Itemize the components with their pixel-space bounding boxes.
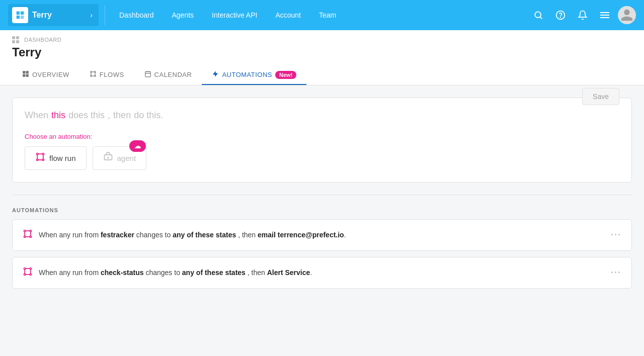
breadcrumb: DASHBOARD: [12, 36, 632, 43]
automation-item-2: When any run from check-status changes t…: [12, 257, 632, 289]
lightning-icon: [212, 70, 219, 79]
nav-agents[interactable]: Agents: [164, 7, 202, 23]
svg-point-15: [42, 159, 44, 160]
action-1: email terrence@prefect.io: [258, 231, 344, 239]
svg-point-7: [91, 71, 92, 72]
tabs: OVERVIEW FLOWS CALENDAR: [12, 65, 632, 85]
svg-point-17: [108, 157, 109, 158]
automation-flow-icon-1: [23, 229, 33, 241]
svg-rect-5: [23, 74, 25, 77]
tab-automations-label: AUTOMATIONS: [222, 71, 272, 78]
svg-point-24: [24, 274, 26, 275]
nav-actions: [529, 6, 636, 24]
sentence-this: this: [51, 110, 65, 121]
help-button[interactable]: [551, 6, 570, 24]
sentence-does-this: does this: [68, 110, 105, 121]
grid-icon: [22, 70, 29, 79]
svg-point-14: [37, 159, 38, 160]
calendar-icon: [144, 70, 151, 79]
svg-point-23: [30, 268, 31, 270]
main-content: When this does this, then do this. Save …: [0, 85, 644, 307]
builder-sentence: When this does this, then do this.: [25, 110, 163, 121]
flow-run-option[interactable]: flow run: [25, 146, 87, 170]
cloud-icon: ☁: [134, 142, 141, 150]
tab-calendar-label: CALENDAR: [154, 71, 192, 78]
automation-text-1: When any run from festracker changes to …: [39, 230, 605, 240]
save-button[interactable]: Save: [582, 88, 619, 105]
svg-rect-11: [145, 71, 150, 77]
tenant-name: Terry: [32, 11, 82, 20]
svg-point-10: [95, 75, 96, 76]
automation-item-1: When any run from festracker changes to …: [12, 219, 632, 251]
svg-point-13: [42, 153, 44, 155]
top-navigation: Terry › Dashboard Agents Interactive API…: [0, 0, 644, 30]
svg-point-20: [24, 236, 26, 237]
automation-more-button-1[interactable]: ···: [611, 230, 621, 240]
state-2: any of these states: [182, 269, 246, 277]
automation-options: flow run agent ☁: [25, 146, 619, 170]
automation-builder-card: When this does this, then do this. Save …: [12, 98, 632, 183]
nav-interactive-api[interactable]: Interactive API: [204, 7, 265, 23]
notifications-button[interactable]: [574, 6, 592, 24]
tab-flows[interactable]: FLOWS: [79, 65, 134, 85]
tab-overview-label: OVERVIEW: [32, 71, 69, 78]
user-avatar[interactable]: [618, 6, 636, 24]
svg-point-18: [24, 230, 26, 232]
flow-name-2: check-status: [101, 269, 144, 277]
chevron-right-icon: ›: [90, 11, 93, 19]
svg-point-0: [535, 12, 541, 18]
sentence-when: When: [25, 110, 48, 121]
tab-automations-badge: New!: [275, 71, 296, 79]
nav-links: Dashboard Agents Interactive API Account…: [111, 7, 529, 23]
page-header: DASHBOARD Terry OVERVIEW FLOWS: [0, 30, 644, 85]
section-divider: [12, 195, 632, 195]
svg-point-12: [37, 153, 38, 155]
tab-flows-label: FLOWS: [100, 71, 124, 78]
svg-point-22: [24, 268, 26, 270]
automation-flow-icon-2: [23, 266, 33, 279]
agent-icon: [103, 152, 113, 164]
automation-text-2: When any run from check-status changes t…: [39, 268, 605, 278]
svg-rect-6: [26, 74, 29, 77]
action-2: Alert Service: [267, 269, 310, 277]
svg-point-19: [30, 230, 31, 232]
svg-point-25: [30, 274, 31, 275]
tab-automations[interactable]: AUTOMATIONS New!: [202, 65, 306, 85]
svg-point-21: [30, 236, 31, 237]
svg-rect-4: [26, 71, 29, 73]
agent-label: agent: [117, 154, 136, 162]
cloud-badge: ☁: [129, 140, 146, 152]
nav-divider: [105, 5, 105, 25]
nav-account[interactable]: Account: [267, 7, 309, 23]
flow-name-1: festracker: [101, 231, 134, 239]
flow-run-icon: [35, 152, 45, 164]
sentence-then: then: [113, 110, 131, 121]
search-button[interactable]: [529, 6, 547, 24]
choose-label: Choose an automation:: [25, 133, 619, 140]
tab-overview[interactable]: OVERVIEW: [12, 65, 79, 85]
nav-team[interactable]: Team: [311, 7, 344, 23]
prefect-logo: [12, 7, 28, 23]
svg-point-8: [95, 71, 96, 72]
state-1: any of these states: [173, 231, 236, 239]
tenant-selector[interactable]: Terry ›: [8, 4, 99, 26]
svg-point-2: [560, 17, 561, 18]
automation-more-button-2[interactable]: ···: [611, 268, 621, 278]
tab-calendar[interactable]: CALENDAR: [134, 65, 202, 85]
dashboard-icon: [12, 36, 19, 43]
page-title: Terry: [12, 45, 632, 59]
flows-icon: [90, 70, 97, 79]
automations-section-label: AUTOMATIONS: [12, 207, 632, 213]
flow-run-label: flow run: [49, 154, 76, 162]
menu-lines-button[interactable]: [596, 6, 614, 24]
svg-rect-3: [23, 71, 25, 73]
nav-dashboard[interactable]: Dashboard: [111, 7, 162, 23]
sentence-do-this: do this.: [134, 110, 163, 121]
svg-point-9: [91, 75, 92, 76]
